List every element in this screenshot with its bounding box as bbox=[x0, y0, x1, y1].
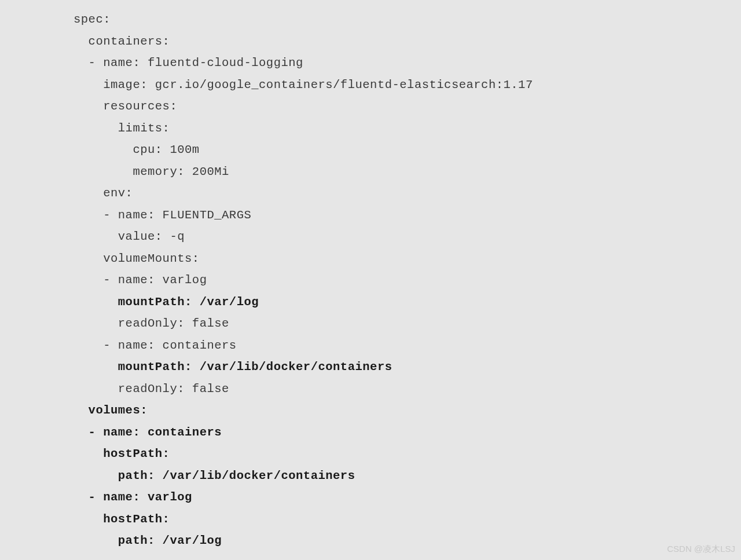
code-line-bold: mountPath: /var/lib/docker/containers bbox=[74, 360, 392, 374]
code-line: spec: bbox=[74, 13, 111, 26]
code-line: readOnly: false bbox=[74, 317, 229, 330]
code-line: cpu: 100m bbox=[74, 143, 200, 156]
code-line-bold: hostPath: bbox=[74, 513, 170, 526]
code-line: volumeMounts: bbox=[74, 252, 200, 265]
code-line: - name: varlog bbox=[74, 273, 207, 287]
code-line: value: -q bbox=[74, 230, 185, 243]
code-line: - name: fluentd-cloud-logging bbox=[74, 56, 303, 69]
code-line: memory: 200Mi bbox=[74, 165, 229, 178]
code-line-bold: - name: varlog bbox=[74, 491, 192, 504]
code-line: containers: bbox=[74, 35, 170, 48]
code-line-bold: path: /var/lib/docker/containers bbox=[74, 469, 355, 482]
code-line: env: bbox=[74, 186, 133, 200]
code-line: - name: containers bbox=[74, 339, 237, 352]
code-line-bold: hostPath: bbox=[74, 447, 170, 460]
code-line-bold: mountPath: /var/log bbox=[74, 295, 259, 309]
code-line-bold: volumes: bbox=[74, 404, 148, 417]
code-line-bold: path: /var/log bbox=[74, 534, 222, 547]
code-line: limits: bbox=[74, 122, 170, 135]
code-line-bold: - name: containers bbox=[74, 426, 222, 439]
code-line: resources: bbox=[74, 100, 177, 113]
watermark-text: CSDN @凌木LSJ bbox=[667, 541, 735, 557]
yaml-code-block: spec: containers: - name: fluentd-cloud-… bbox=[0, 9, 741, 552]
code-line: image: gcr.io/google_containers/fluentd-… bbox=[74, 78, 533, 91]
code-line: readOnly: false bbox=[74, 382, 229, 396]
code-line: - name: FLUENTD_ARGS bbox=[74, 208, 251, 222]
